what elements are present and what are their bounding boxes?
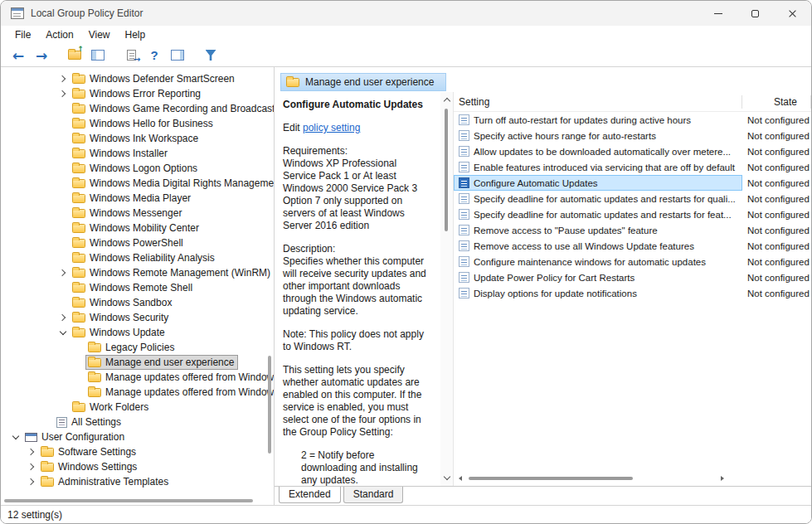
tree-item[interactable]: Windows Remote Management (WinRM)	[1, 265, 274, 280]
tree-item-highlight[interactable]: Windows Logon Options	[70, 161, 202, 176]
tree-item[interactable]: Administrative Templates	[1, 474, 274, 489]
menu-file[interactable]: File	[7, 27, 38, 42]
scroll-down-icon[interactable]	[440, 472, 453, 484]
tree-item[interactable]: Windows Ink Workspace	[1, 131, 274, 146]
tree-item-highlight[interactable]: All Settings	[54, 415, 125, 429]
setting-cell[interactable]: Turn off auto-restart for updates during…	[454, 112, 742, 128]
tree-horizontal-scrollbar[interactable]	[4, 499, 253, 502]
tree-item[interactable]: Windows Remote Shell	[1, 280, 274, 295]
close-button[interactable]	[774, 1, 811, 26]
tree-item-highlight[interactable]: Windows Remote Management (WinRM)	[70, 265, 274, 280]
scroll-thumb[interactable]	[469, 477, 633, 480]
tree-item[interactable]: Legacy Policies	[1, 340, 274, 355]
scroll-right-icon[interactable]	[636, 473, 810, 483]
tree-item[interactable]: User Configuration	[1, 429, 274, 444]
tree-item[interactable]: Windows Messenger	[1, 206, 274, 221]
tree-item-highlight[interactable]: Windows Installer	[70, 146, 172, 161]
expand-chevron-icon[interactable]	[25, 474, 38, 489]
tree-item-highlight[interactable]: Windows Media Digital Rights Management	[70, 176, 274, 191]
tree-item[interactable]: Windows Mobility Center	[1, 221, 274, 235]
tree-item-highlight[interactable]: Legacy Policies	[85, 340, 178, 355]
expand-chevron-icon[interactable]	[25, 459, 38, 474]
menu-action[interactable]: Action	[38, 27, 80, 42]
expand-chevron-icon[interactable]	[56, 310, 70, 325]
setting-cell[interactable]: Specify active hours range for auto-rest…	[454, 128, 742, 143]
tree-item[interactable]: All Settings	[1, 415, 274, 429]
tree-item-highlight[interactable]: Manage end user experience	[85, 355, 238, 370]
tree-item-highlight[interactable]: Software Settings	[38, 444, 140, 459]
menu-view[interactable]: View	[81, 27, 118, 42]
minimize-button[interactable]	[699, 1, 737, 26]
tree-item-highlight[interactable]: Windows Security	[70, 310, 173, 325]
tree-item-highlight[interactable]: Windows Mobility Center	[70, 221, 203, 235]
column-header-state[interactable]: State	[742, 95, 811, 109]
tree-item[interactable]: Windows Settings	[1, 459, 274, 474]
tree-item[interactable]: Manage updates offered from Windows Upda…	[1, 385, 274, 400]
back-button[interactable]	[7, 46, 29, 66]
expand-chevron-icon[interactable]	[56, 71, 70, 86]
tree-item[interactable]: Manage updates offered from Windows Serv…	[1, 370, 274, 385]
tree-item-highlight[interactable]: Work Folders	[70, 400, 153, 415]
setting-cell[interactable]: Remove access to use all Windows Update …	[454, 238, 742, 254]
expand-chevron-icon[interactable]	[9, 429, 22, 444]
tree-item-highlight[interactable]: User Configuration	[22, 429, 129, 444]
tree-item[interactable]: Software Settings	[1, 444, 274, 459]
tree-item[interactable]: Windows Media Player	[1, 191, 274, 206]
tree-item-highlight[interactable]: Windows PowerShell	[70, 235, 187, 250]
expand-chevron-icon[interactable]	[56, 86, 70, 101]
policy-setting-link[interactable]: policy setting	[303, 122, 360, 133]
setting-row[interactable]: Specify deadline for automatic updates a…	[454, 206, 811, 222]
column-header-setting[interactable]: Setting	[454, 95, 742, 109]
forward-button[interactable]	[31, 46, 52, 66]
setting-cell[interactable]: Configure Automatic Updates	[454, 175, 742, 191]
setting-row[interactable]: Remove access to use all Windows Update …	[454, 238, 811, 254]
setting-row[interactable]: Remove access to "Pause updates" feature…	[454, 222, 811, 238]
tree-item[interactable]: Windows PowerShell	[1, 235, 274, 250]
tree-item-highlight[interactable]: Windows Sandbox	[70, 295, 176, 310]
setting-cell[interactable]: Remove access to "Pause updates" feature	[454, 222, 742, 238]
expand-chevron-icon[interactable]	[56, 265, 70, 280]
tree-item[interactable]: Windows Hello for Business	[1, 116, 274, 131]
setting-row[interactable]: Display options for update notifications…	[454, 285, 811, 301]
maximize-button[interactable]	[737, 1, 774, 26]
description-scrollbar[interactable]	[440, 92, 453, 486]
setting-cell[interactable]: Specify deadline for automatic updates a…	[454, 206, 742, 222]
tree-item-highlight[interactable]: Manage updates offered from Windows Upda…	[85, 385, 274, 400]
tree-item-highlight[interactable]: Manage updates offered from Windows Serv…	[85, 370, 274, 385]
tree-item-highlight[interactable]: Windows Remote Shell	[70, 280, 197, 295]
tree-item[interactable]: Windows Media Digital Rights Management	[1, 176, 274, 191]
action-pane-button[interactable]	[167, 46, 188, 66]
setting-row[interactable]: Enable features introduced via servicing…	[454, 159, 811, 175]
tree-item-highlight[interactable]: Windows Hello for Business	[70, 116, 217, 131]
tree-item[interactable]: Windows Reliability Analysis	[1, 250, 274, 265]
tree-item-highlight[interactable]: Administrative Templates	[38, 474, 173, 489]
tree-item[interactable]: Windows Installer	[1, 146, 274, 161]
tab-standard[interactable]: Standard	[343, 487, 404, 503]
tab-extended[interactable]: Extended	[279, 487, 341, 503]
tree-item[interactable]: Manage end user experience	[1, 355, 274, 370]
setting-row[interactable]: Update Power Policy for Cart Restarts No…	[454, 269, 811, 285]
up-one-level-button[interactable]	[64, 46, 85, 66]
expand-chevron-icon[interactable]	[56, 325, 70, 340]
tree-item[interactable]: Work Folders	[1, 400, 274, 415]
tree-item-highlight[interactable]: Windows Defender SmartScreen	[70, 71, 239, 86]
setting-cell[interactable]: Enable features introduced via servicing…	[454, 159, 742, 175]
tree-item-highlight[interactable]: Windows Settings	[38, 459, 141, 474]
tree-item[interactable]: Windows Defender SmartScreen	[1, 71, 274, 86]
setting-cell[interactable]: Update Power Policy for Cart Restarts	[454, 269, 742, 285]
tree-item-highlight[interactable]: Windows Ink Workspace	[70, 131, 202, 146]
setting-cell[interactable]: Display options for update notifications	[454, 285, 742, 301]
console-tree-button[interactable]	[87, 46, 109, 66]
scroll-up-icon[interactable]	[440, 94, 453, 106]
tree-item[interactable]: Windows Security	[1, 310, 274, 325]
tree-item[interactable]: Windows Error Reporting	[1, 86, 274, 101]
setting-cell[interactable]: Specify deadline for automatic updates a…	[454, 191, 742, 206]
setting-cell[interactable]: Allow updates to be downloaded automatic…	[454, 143, 742, 159]
setting-cell[interactable]: Configure maintenance windows for automa…	[454, 254, 742, 269]
list-horizontal-scrollbar[interactable]	[455, 473, 810, 483]
tree-item-highlight[interactable]: Windows Error Reporting	[70, 86, 205, 101]
menu-help[interactable]: Help	[118, 27, 153, 42]
tree-item-highlight[interactable]: Windows Update	[70, 325, 169, 340]
tree-item[interactable]: Windows Game Recording and Broadcasting	[1, 101, 274, 116]
tree-item-highlight[interactable]: Windows Game Recording and Broadcasting	[70, 101, 274, 116]
